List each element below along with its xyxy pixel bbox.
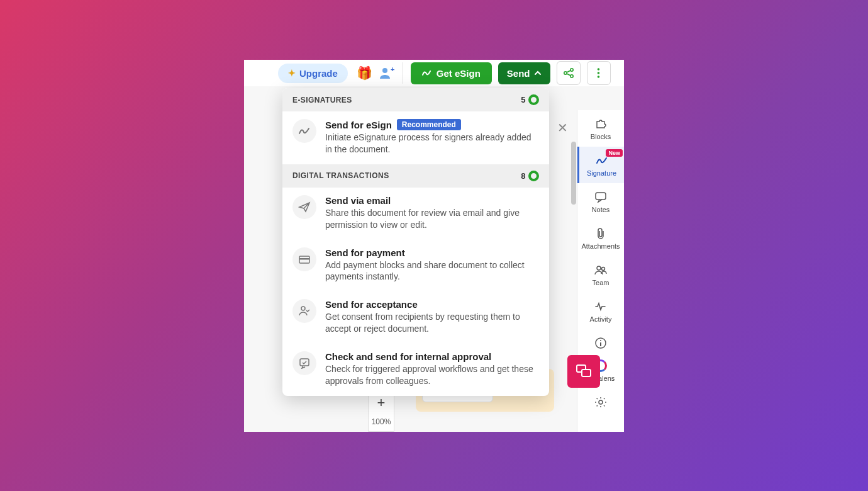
section-digital-transactions: DIGITAL TRANSACTIONS 8 (282, 164, 549, 188)
upgrade-button[interactable]: ✦ Upgrade (278, 64, 348, 83)
svg-point-11 (602, 268, 605, 271)
chat-icon (594, 191, 607, 203)
svg-point-2 (570, 69, 572, 71)
recommended-badge: Recommended (397, 119, 461, 130)
chat-bubbles-icon (576, 364, 592, 379)
payment-icon (292, 247, 316, 271)
credits-ring-icon (528, 171, 539, 181)
activity-icon (594, 300, 607, 313)
chat-fab[interactable] (567, 355, 600, 388)
toolbar-divider (403, 62, 403, 84)
kebab-icon (597, 67, 600, 79)
svg-point-15 (599, 400, 603, 404)
rail-settings[interactable] (577, 388, 624, 409)
zoom-control[interactable]: + 100% (368, 390, 394, 432)
zoom-level: 100% (369, 415, 394, 431)
paper-plane-icon (292, 195, 316, 219)
esign-credits: 5 (521, 94, 539, 105)
rail-attachments[interactable]: Attachments (577, 220, 624, 256)
svg-rect-21 (582, 370, 591, 376)
top-toolbar: ✦ Upgrade 🎁 + Get eSign Send (244, 60, 624, 86)
svg-point-6 (598, 72, 600, 74)
svg-point-13 (600, 340, 601, 341)
svg-point-4 (570, 75, 572, 77)
get-esign-label: Get eSign (437, 68, 481, 79)
section-esignatures: E-SIGNATURES 5 (282, 88, 549, 111)
share-icon (563, 67, 574, 79)
svg-rect-14 (600, 342, 601, 346)
svg-rect-19 (300, 359, 309, 366)
menu-send-for-esign[interactable]: Send for eSign Recommended Initiate eSig… (282, 111, 549, 164)
send-label: Send (507, 68, 530, 79)
scrollbar-thumb[interactable] (571, 142, 576, 205)
more-menu-button[interactable] (587, 61, 611, 85)
gift-icon[interactable]: 🎁 (357, 65, 372, 81)
svg-text:+: + (391, 66, 394, 73)
svg-rect-17 (299, 258, 309, 260)
svg-point-0 (382, 68, 387, 73)
svg-point-7 (598, 76, 600, 78)
person-check-icon (292, 299, 316, 323)
rail-team[interactable]: Team (577, 256, 624, 293)
close-panel-icon[interactable]: ✕ (557, 120, 568, 135)
approval-icon (292, 351, 316, 375)
paperclip-icon (595, 227, 606, 240)
send-dropdown: E-SIGNATURES 5 Send for eSign Recommende… (282, 88, 549, 396)
puzzle-icon (594, 118, 607, 130)
menu-send-for-acceptance[interactable]: Send for acceptance Get consent from rec… (282, 291, 549, 344)
menu-internal-approval[interactable]: Check and send for internal approval Che… (282, 344, 549, 396)
rail-signature[interactable]: New Signature (577, 147, 624, 183)
svg-rect-9 (596, 193, 606, 200)
menu-send-via-email[interactable]: Send via email Share this document for r… (282, 188, 549, 240)
upgrade-label: Upgrade (299, 68, 338, 79)
chevron-up-icon (534, 70, 542, 76)
rail-info[interactable] (577, 329, 624, 352)
svg-point-18 (301, 307, 305, 310)
signature-icon (292, 119, 316, 143)
menu-send-for-payment[interactable]: Send for payment Add payment blocks and … (282, 240, 549, 292)
gear-icon (594, 396, 607, 409)
add-person-button[interactable]: + (379, 66, 395, 80)
rail-activity[interactable]: Activity (577, 293, 624, 329)
transaction-credits: 8 (521, 171, 539, 181)
team-icon (594, 264, 608, 276)
rail-notes[interactable]: Notes (577, 183, 624, 220)
sparkle-icon: ✦ (288, 68, 296, 78)
share-button[interactable] (557, 61, 581, 85)
info-icon (594, 337, 607, 349)
credits-ring-icon (528, 94, 539, 105)
send-button[interactable]: Send (498, 62, 550, 84)
new-badge: New (606, 149, 623, 157)
svg-point-3 (564, 72, 566, 74)
svg-point-5 (598, 68, 600, 71)
svg-point-10 (597, 266, 601, 270)
get-esign-button[interactable]: Get eSign (411, 62, 492, 84)
rail-blocks[interactable]: Blocks (577, 110, 624, 147)
